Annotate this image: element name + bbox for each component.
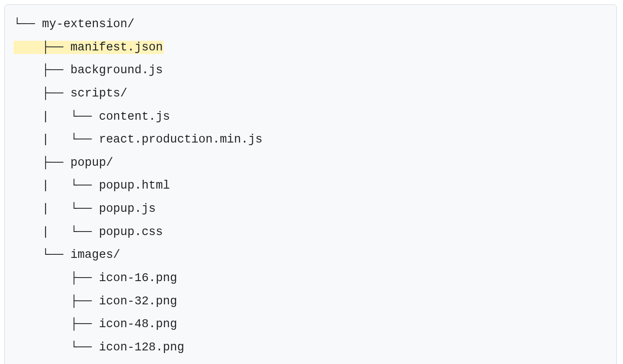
- tree-line: | └── content.js: [14, 105, 608, 128]
- tree-line: └── icon-128.png: [14, 336, 608, 359]
- tree-line: └── my-extension/: [14, 13, 608, 36]
- tree-entry: | └── react.production.min.js: [14, 133, 262, 146]
- tree-line: | └── popup.html: [14, 174, 608, 197]
- tree-line: ├── background.js: [14, 59, 608, 82]
- tree-entry: └── images/: [14, 248, 120, 261]
- tree-entry: | └── content.js: [14, 110, 170, 123]
- tree-line: ├── scripts/: [14, 82, 608, 105]
- tree-line: | └── popup.css: [14, 221, 608, 244]
- tree-line: | └── popup.js: [14, 197, 608, 221]
- tree-line: ├── manifest.json: [14, 36, 608, 59]
- highlighted-entry: ├── manifest.json: [14, 41, 164, 54]
- tree-line: └── images/: [14, 243, 608, 267]
- directory-tree-code-block: └── my-extension/ ├── manifest.json ├── …: [4, 4, 617, 364]
- tree-entry: └── my-extension/: [14, 18, 134, 31]
- tree-entry: ├── icon-48.png: [14, 318, 177, 331]
- tree-entry: ├── icon-32.png: [14, 295, 177, 308]
- tree-entry: | └── popup.css: [14, 225, 163, 239]
- tree-entry: ├── scripts/: [14, 87, 127, 100]
- tree-line: ├── popup/: [14, 151, 608, 175]
- tree-line: | └── react.production.min.js: [14, 128, 608, 151]
- tree-entry: ├── background.js: [14, 64, 163, 77]
- tree-entry: ├── popup/: [14, 156, 113, 169]
- tree-line: ├── icon-32.png: [14, 290, 608, 313]
- tree-entry: | └── popup.html: [14, 179, 170, 192]
- tree-line: ├── icon-16.png: [14, 267, 608, 290]
- tree-entry: | └── popup.js: [14, 202, 156, 215]
- tree-entry: └── icon-128.png: [14, 341, 184, 354]
- tree-entry: ├── icon-16.png: [14, 271, 177, 285]
- tree-line: ├── icon-48.png: [14, 313, 608, 336]
